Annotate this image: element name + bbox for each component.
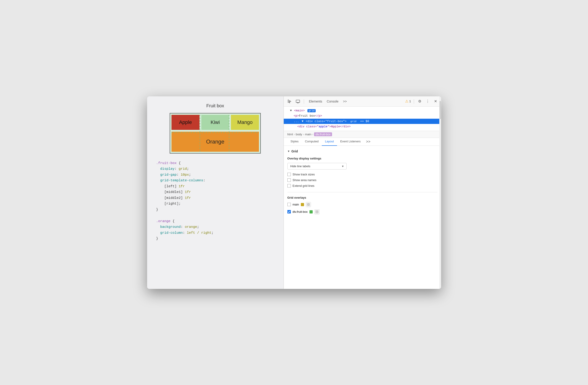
show-area-names-label: Show area names (293, 178, 316, 182)
svg-rect-4 (309, 203, 310, 204)
dropdown-row: Hide line labels ▾ (287, 163, 438, 170)
fruitbox-overlay-icon-btn[interactable] (315, 209, 319, 214)
main-overlay-checkbox[interactable] (287, 203, 291, 206)
more-options-icon[interactable]: ⋮ (424, 98, 431, 104)
fruit-box-preview: Apple Kiwi Mango Orange (170, 113, 261, 153)
panel-tabs: Styles Computed Layout Event Listeners >… (284, 138, 441, 146)
scrollbar-thumb[interactable] (440, 101, 441, 119)
fruitbox-color-swatch[interactable] (310, 210, 313, 214)
tree-tag: <div class="apple">Apple</div> (297, 125, 351, 128)
show-area-names-checkbox[interactable] (287, 178, 291, 182)
tab-event-listeners[interactable]: Event Listeners (337, 138, 364, 146)
device-icon[interactable] (295, 98, 301, 105)
code-line: .orange { (156, 218, 274, 224)
inspector-icon[interactable] (287, 98, 293, 105)
fruit-grid: Apple Kiwi Mango Orange (171, 115, 259, 152)
show-track-sizes-row: Show track sizes (287, 173, 438, 176)
tree-tag: <div class="fruit-box"> (306, 120, 346, 123)
tree-dots: ... (294, 120, 299, 123)
breadcrumb-body[interactable]: body (295, 133, 302, 136)
tab-elements[interactable]: Elements (309, 99, 322, 104)
toolbar-tabs: Elements Console >> (307, 99, 403, 104)
overlay-settings-title: Overlay display settings (287, 157, 438, 160)
grid-overlays-section: Grid overlays main (287, 196, 438, 214)
grid-badge-2: grid (349, 120, 357, 123)
svg-rect-7 (316, 211, 317, 212)
extend-grid-lines-row: Extend grid lines (287, 184, 438, 188)
tree-row-p[interactable]: <p>Fruit box</p> (284, 113, 441, 119)
tab-console[interactable]: Console (327, 99, 338, 104)
code-line: background: orange; (156, 224, 274, 230)
svg-rect-5 (307, 205, 308, 206)
breadcrumb-html[interactable]: html (287, 133, 293, 136)
tab-more[interactable]: >> (343, 99, 347, 104)
breadcrumb-div-fruitbox[interactable]: div.fruit-box (314, 132, 332, 136)
mango-cell: Mango (231, 115, 259, 130)
svg-rect-8 (317, 211, 318, 212)
overlay-main-row: main (287, 202, 438, 207)
expand-arrow[interactable]: ▼ (302, 120, 304, 123)
close-icon[interactable]: ✕ (433, 98, 438, 104)
tree-tag: </p> (315, 114, 322, 118)
code-line: [middle1] 1fr (156, 189, 274, 195)
line-labels-dropdown[interactable]: Hide line labels ▾ (287, 163, 347, 170)
section-divider (287, 192, 438, 192)
dropdown-label: Hide line labels (290, 165, 310, 168)
apple-cell: Apple (171, 115, 199, 130)
show-track-sizes-label: Show track sizes (293, 173, 315, 176)
svg-rect-9 (316, 212, 317, 213)
tree-row-div-fruitbox[interactable]: ... ▼ <div class="fruit-box"> grid == $0 (284, 119, 441, 124)
code-line: [left] 1fr (156, 184, 274, 190)
scrollbar[interactable] (439, 96, 441, 289)
main-overlay-icon-btn[interactable] (306, 202, 311, 207)
devtools-toolbar: Elements Console >> ⚠ 1 ⚙ ⋮ ✕ (284, 96, 441, 107)
chevron-down-icon: ▾ (342, 165, 344, 168)
browser-window: Fruit box Apple Kiwi Mango Orange .fruit… (147, 96, 441, 289)
toolbar-separator (304, 99, 304, 104)
expand-arrow[interactable]: ▼ (290, 109, 292, 112)
tab-layout[interactable]: Layout (322, 138, 337, 146)
left-pane: Fruit box Apple Kiwi Mango Orange .fruit… (147, 96, 284, 289)
show-area-names-row: Show area names (287, 178, 438, 182)
breadcrumb: html › body › main › div.fruit-box (284, 131, 441, 138)
grid-section-label: Grid (291, 150, 298, 153)
extend-grid-lines-label: Extend grid lines (293, 184, 315, 188)
tab-styles[interactable]: Styles (287, 138, 302, 146)
fruitbox-overlay-checkbox[interactable] (287, 210, 291, 214)
code-line: grid-column: left / right; (156, 230, 274, 236)
warning-icon: ⚠ (405, 99, 408, 104)
warning-badge: ⚠ 1 (405, 99, 411, 104)
code-line: [middle2] 1fr (156, 195, 274, 201)
tab-computed[interactable]: Computed (302, 138, 322, 146)
gear-icon[interactable]: ⚙ (417, 98, 423, 104)
tree-text: Fruit box (299, 114, 315, 118)
grid-section-header[interactable]: ▼ Grid (287, 150, 438, 153)
extend-grid-lines-checkbox[interactable] (287, 184, 291, 188)
svg-rect-10 (317, 212, 318, 213)
tree-row-div-apple[interactable]: <div class="apple">Apple</div> (284, 124, 441, 129)
code-line: .fruit-box { (156, 160, 274, 166)
code-line: [right]; (156, 201, 274, 207)
overlay-settings: Overlay display settings Hide line label… (287, 157, 438, 188)
page-title: Fruit box (206, 103, 224, 108)
grid-badge: grid (307, 109, 316, 112)
breadcrumb-arrow: › (312, 133, 313, 136)
breadcrumb-main[interactable]: main (305, 133, 311, 136)
html-tree: ▼ <main> grid <p>Fruit box</p> ... ▼ <di… (284, 107, 441, 131)
tree-row-main[interactable]: ▼ <main> grid (284, 108, 441, 113)
code-line: grid-template-columns: (156, 178, 274, 184)
kiwi-cell: Kiwi (201, 115, 229, 130)
tab-more-icon[interactable]: >> (364, 138, 373, 146)
layout-panel: ▼ Grid Overlay display settings Hide lin… (284, 146, 441, 289)
svg-rect-6 (309, 205, 310, 206)
main-color-swatch[interactable] (301, 203, 304, 206)
dollar-zero: == $0 (360, 120, 369, 123)
grid-overlays-title: Grid overlays (287, 196, 438, 199)
fruitbox-overlay-label: div.fruit-box (293, 210, 308, 214)
code-block-1: .fruit-box { display: grid; grid-gap: 10… (156, 160, 274, 242)
show-track-sizes-checkbox[interactable] (287, 173, 291, 176)
warning-count: 1 (409, 100, 411, 103)
section-arrow: ▼ (287, 150, 290, 153)
breadcrumb-arrow: › (294, 133, 295, 136)
code-line: } (156, 207, 274, 213)
